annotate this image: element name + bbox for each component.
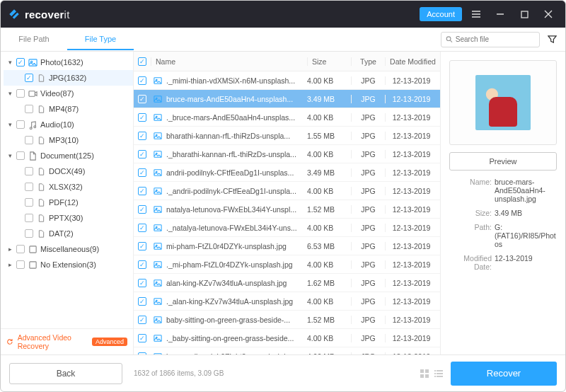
file-type: JPG bbox=[351, 297, 385, 306]
row-checkbox[interactable] bbox=[138, 132, 146, 140]
file-row[interactable]: andrii-podilnyk-CFtfEeaDg1I-unsplas...3.… bbox=[134, 163, 440, 182]
row-checkbox[interactable] bbox=[138, 76, 146, 85]
file-row[interactable]: ._mimi-thian-vdXMSiX-n6M-unsplash...4.00… bbox=[134, 71, 440, 90]
tree-item[interactable]: XLSX(32) bbox=[4, 179, 133, 195]
filter-icon[interactable] bbox=[544, 35, 560, 44]
tab-file-type[interactable]: File Type bbox=[67, 29, 134, 50]
svg-rect-51 bbox=[434, 373, 436, 374]
preview-button[interactable]: Preview bbox=[449, 152, 557, 171]
file-row[interactable]: ._mi-pham-FtZL0r4DZYk-unsplash.jpg4.00 K… bbox=[134, 255, 440, 274]
row-checkbox[interactable] bbox=[138, 297, 146, 306]
col-date[interactable]: Date Modified bbox=[385, 57, 440, 66]
row-checkbox[interactable] bbox=[138, 316, 146, 324]
avr-pill: Advanced bbox=[92, 338, 127, 346]
tree-checkbox[interactable] bbox=[25, 136, 33, 144]
file-type: JPG bbox=[351, 260, 385, 269]
tree-item[interactable]: JPG(1632) bbox=[4, 70, 133, 86]
chevron-down-icon[interactable]: ▾ bbox=[6, 121, 13, 128]
tree-checkbox[interactable] bbox=[16, 89, 25, 98]
tree-item-label: DAT(2) bbox=[49, 229, 130, 238]
tree-checkbox[interactable] bbox=[16, 120, 25, 129]
file-row[interactable]: ._andrii-podilnyk-CFtfEeaDg1I-unspla...4… bbox=[134, 182, 440, 200]
file-list[interactable]: ._mimi-thian-vdXMSiX-n6M-unsplash...4.00… bbox=[134, 71, 440, 354]
search-input[interactable] bbox=[456, 35, 535, 43]
row-checkbox[interactable] bbox=[138, 260, 146, 269]
minimize-icon[interactable] bbox=[490, 5, 510, 23]
row-checkbox[interactable] bbox=[138, 113, 146, 122]
list-view-icon[interactable] bbox=[434, 369, 444, 379]
row-checkbox[interactable] bbox=[138, 150, 146, 158]
tree-category[interactable]: ▾Audio(10) bbox=[4, 117, 133, 132]
tree-category[interactable]: ▾Document(125) bbox=[4, 148, 133, 163]
file-date: 12-13-2019 bbox=[385, 76, 440, 85]
tree-item[interactable]: MP3(10) bbox=[4, 132, 133, 148]
file-row[interactable]: ._baby-sitting-on-green-grass-beside...4… bbox=[134, 329, 440, 347]
file-row[interactable]: bharathi-kannan-rfL-thiRzDs-unspla...1.5… bbox=[134, 127, 440, 145]
file-row[interactable]: natalya-letunova-FWxEbL34i4Y-unspl...1.5… bbox=[134, 200, 440, 219]
recover-button[interactable]: Recover bbox=[451, 362, 557, 386]
svg-rect-46 bbox=[425, 369, 429, 373]
file-row[interactable]: baby-sitting-on-green-grass-beside-...1.… bbox=[134, 311, 440, 329]
account-button[interactable]: Account bbox=[420, 7, 462, 21]
file-row[interactable]: ._natalya-letunova-FWxEbL34i4Y-uns...4.0… bbox=[134, 219, 440, 237]
tree-checkbox[interactable] bbox=[16, 58, 25, 67]
chevron-right-icon[interactable]: ▸ bbox=[6, 261, 13, 268]
tree-item[interactable]: DOCX(49) bbox=[4, 163, 133, 179]
row-checkbox[interactable] bbox=[138, 279, 146, 287]
file-row[interactable]: ._bruce-mars-AndE50aaHn4-unsplas...4.00 … bbox=[134, 108, 440, 127]
tree-checkbox[interactable] bbox=[25, 198, 33, 207]
tree-checkbox[interactable] bbox=[25, 214, 33, 222]
row-checkbox[interactable] bbox=[138, 168, 146, 177]
row-checkbox[interactable] bbox=[138, 187, 146, 195]
footer: Back 1632 of 1866 items, 3.09 GB Recover bbox=[1, 354, 565, 391]
tree-item-label: MP4(87) bbox=[49, 105, 130, 113]
tree-checkbox[interactable] bbox=[16, 245, 25, 253]
tree-checkbox[interactable] bbox=[16, 260, 25, 269]
search-box[interactable] bbox=[441, 32, 540, 47]
chevron-down-icon[interactable]: ▾ bbox=[6, 59, 13, 66]
tree-checkbox[interactable] bbox=[25, 229, 33, 238]
tree-item[interactable]: PPTX(30) bbox=[4, 210, 133, 226]
row-checkbox[interactable] bbox=[138, 95, 146, 103]
col-name[interactable]: Name bbox=[151, 57, 307, 66]
tree-category[interactable]: ▾Video(87) bbox=[4, 86, 133, 101]
maximize-icon[interactable] bbox=[514, 5, 534, 23]
close-icon[interactable] bbox=[538, 5, 558, 23]
tree-category-label: Audio(10) bbox=[40, 120, 130, 129]
file-type: JPG bbox=[351, 205, 385, 214]
file-type: JPG bbox=[351, 224, 385, 232]
tree-category[interactable]: ▸Miscellaneous(9) bbox=[4, 241, 133, 257]
row-checkbox[interactable] bbox=[138, 334, 146, 342]
tree-checkbox[interactable] bbox=[16, 151, 25, 160]
tab-file-path[interactable]: File Path bbox=[1, 29, 67, 50]
advanced-video-recovery[interactable]: Advanced Video Recovery Advanced bbox=[1, 328, 133, 354]
menu-icon[interactable] bbox=[466, 5, 486, 23]
chevron-down-icon[interactable]: ▾ bbox=[6, 90, 13, 97]
file-row[interactable]: bruce-mars-AndE50aaHn4-unsplash...3.49 M… bbox=[134, 90, 440, 108]
select-all-checkbox[interactable] bbox=[138, 57, 146, 66]
grid-view-icon[interactable] bbox=[420, 369, 429, 379]
row-checkbox[interactable] bbox=[138, 205, 146, 214]
file-icon bbox=[36, 135, 46, 145]
file-row[interactable]: ._alan-king-KZv7w34tluA-unsplash.jpg4.00… bbox=[134, 292, 440, 311]
chevron-down-icon[interactable]: ▾ bbox=[6, 152, 13, 159]
tree-category[interactable]: ▾Photo(1632) bbox=[4, 54, 133, 70]
row-checkbox[interactable] bbox=[138, 242, 146, 250]
tree-category[interactable]: ▸No Extension(3) bbox=[4, 257, 133, 272]
tree-item[interactable]: MP4(87) bbox=[4, 101, 133, 117]
file-row[interactable]: mi-pham-FtZL0r4DZYk-unsplash.jpg6.53 MBJ… bbox=[134, 237, 440, 255]
file-row[interactable]: ivana-cajina-dnL6ZIpht2s-unsplash.jpg4.9… bbox=[134, 347, 440, 354]
chevron-right-icon[interactable]: ▸ bbox=[6, 246, 13, 253]
file-row[interactable]: ._bharathi-kannan-rfL-thiRzDs-unspla...4… bbox=[134, 145, 440, 163]
row-checkbox[interactable] bbox=[138, 224, 146, 232]
tree-item[interactable]: DAT(2) bbox=[4, 226, 133, 241]
tree-item[interactable]: PDF(12) bbox=[4, 195, 133, 210]
back-button[interactable]: Back bbox=[9, 363, 122, 384]
tree-checkbox[interactable] bbox=[25, 74, 33, 82]
file-row[interactable]: alan-king-KZv7w34tluA-unsplash.jpg1.62 M… bbox=[134, 274, 440, 292]
tree-checkbox[interactable] bbox=[25, 105, 33, 113]
tree-checkbox[interactable] bbox=[25, 167, 33, 175]
col-type[interactable]: Type bbox=[351, 57, 385, 66]
tree-checkbox[interactable] bbox=[25, 183, 33, 191]
col-size[interactable]: Size bbox=[307, 57, 351, 66]
